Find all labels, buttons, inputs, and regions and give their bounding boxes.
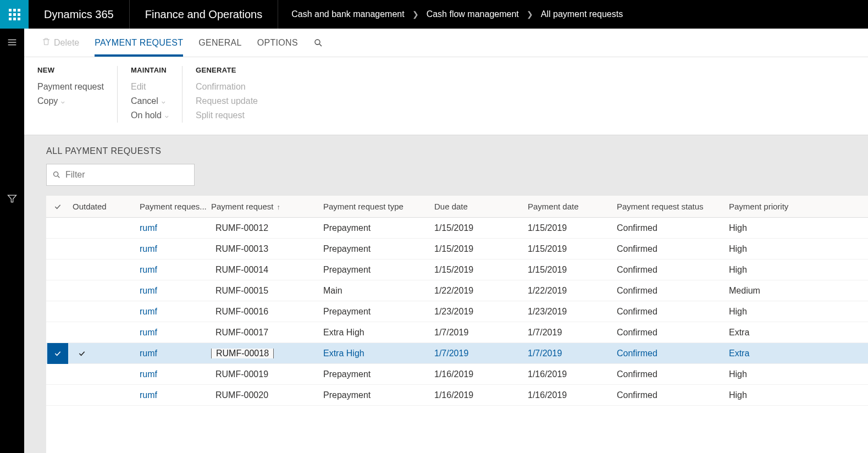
payment-request-cell[interactable]: RUMF-00019	[211, 369, 323, 379]
ribbon: NEWPayment requestCopy⌵MAINTAINEditCance…	[24, 57, 868, 135]
svg-line-7	[58, 176, 59, 178]
ribbon-item[interactable]: Edit	[131, 80, 169, 94]
select-all-checkbox[interactable]	[46, 202, 69, 211]
row-selector[interactable]	[46, 218, 69, 239]
payment-request-journal-link[interactable]: rumf	[140, 328, 211, 338]
col-payment-priority[interactable]: Payment priority	[729, 202, 822, 211]
table-row[interactable]: rumfRUMF-00020Prepayment1/16/20191/16/20…	[46, 385, 868, 406]
due-date-cell: 1/7/2019	[434, 328, 528, 338]
payment-request-journal-link[interactable]: rumf	[140, 307, 211, 317]
row-selector[interactable]	[46, 259, 69, 280]
search-button[interactable]	[306, 29, 331, 57]
payment-request-journal-link[interactable]: rumf	[140, 349, 211, 358]
table-row[interactable]: rumfRUMF-00013Prepayment1/15/20191/15/20…	[46, 239, 868, 259]
payment-date-cell: 1/16/2019	[528, 390, 617, 400]
ribbon-group: MAINTAINEditCancel⌵On hold⌵	[118, 66, 183, 123]
filter-area	[24, 164, 868, 196]
tab-options[interactable]: OPTIONS	[250, 29, 306, 57]
col-due-date[interactable]: Due date	[434, 202, 528, 211]
payment-request-cell[interactable]: RUMF-00018	[211, 349, 323, 358]
due-date-cell: 1/15/2019	[434, 265, 528, 275]
payment-request-journal-link[interactable]: rumf	[140, 223, 211, 233]
nav-expand-button[interactable]	[6, 36, 18, 50]
table-row[interactable]: rumfRUMF-00012Prepayment1/15/20191/15/20…	[46, 218, 868, 239]
filter-input[interactable]	[65, 170, 189, 180]
ribbon-item[interactable]: Payment request	[37, 80, 104, 94]
row-selector[interactable]	[46, 301, 69, 322]
search-icon	[313, 38, 323, 48]
payment-date-cell: 1/22/2019	[528, 286, 617, 296]
main-area: Delete PAYMENT REQUEST GENERAL OPTIONS N…	[24, 29, 868, 453]
col-outdated[interactable]: Outdated	[69, 202, 140, 211]
breadcrumb: Cash and bank management ❯ Cash flow man…	[278, 9, 636, 19]
ribbon-item[interactable]: Split request	[196, 108, 258, 123]
table-row[interactable]: rumfRUMF-00015Main1/22/20191/22/2019Conf…	[46, 280, 868, 301]
row-selector[interactable]	[46, 239, 69, 259]
trash-icon	[42, 37, 51, 48]
delete-button[interactable]: Delete	[34, 29, 87, 57]
priority-cell: Medium	[729, 286, 822, 296]
breadcrumb-item-2[interactable]: Cash flow management	[427, 9, 519, 19]
payment-request-journal-link[interactable]: rumf	[140, 265, 211, 275]
priority-cell: High	[729, 369, 822, 379]
table-row[interactable]: rumfRUMF-00018Extra High1/7/20191/7/2019…	[46, 343, 868, 364]
ribbon-item[interactable]: On hold⌵	[131, 108, 169, 123]
ribbon-item[interactable]: Cancel⌵	[131, 94, 169, 108]
page-title: ALL PAYMENT REQUESTS	[24, 135, 868, 164]
payment-request-cell[interactable]: RUMF-00014	[211, 265, 323, 275]
payment-request-journal-link[interactable]: rumf	[140, 286, 211, 296]
payment-request-cell[interactable]: RUMF-00017	[211, 328, 323, 338]
col-payment-request[interactable]: Payment request↑	[211, 202, 323, 211]
table-row[interactable]: rumfRUMF-00016Prepayment1/23/20191/23/20…	[46, 301, 868, 322]
app-launcher-button[interactable]	[0, 0, 29, 29]
payment-date-cell: 1/7/2019	[528, 349, 617, 358]
ribbon-item-label: Split request	[196, 111, 245, 120]
type-cell: Extra High	[323, 328, 434, 338]
col-payment-request-journal[interactable]: Payment reques...	[140, 202, 211, 211]
table-row[interactable]: rumfRUMF-00017Extra High1/7/20191/7/2019…	[46, 322, 868, 343]
type-cell: Prepayment	[323, 223, 434, 233]
status-cell: Confirmed	[617, 349, 729, 358]
svg-marker-3	[8, 195, 16, 202]
payment-request-cell[interactable]: RUMF-00020	[211, 390, 323, 400]
svg-point-6	[54, 172, 58, 176]
payment-date-cell: 1/15/2019	[528, 265, 617, 275]
row-selector[interactable]	[46, 364, 69, 385]
due-date-cell: 1/15/2019	[434, 223, 528, 233]
grid-body[interactable]: rumfRUMF-00012Prepayment1/15/20191/15/20…	[46, 218, 868, 453]
payment-date-cell: 1/16/2019	[528, 369, 617, 379]
type-cell: Prepayment	[323, 307, 434, 317]
row-selector[interactable]	[46, 322, 69, 343]
ribbon-item[interactable]: Request update	[196, 94, 258, 108]
payment-request-cell[interactable]: RUMF-00013	[211, 244, 323, 254]
due-date-cell: 1/15/2019	[434, 244, 528, 254]
col-payment-request-type[interactable]: Payment request type	[323, 202, 434, 211]
ribbon-item[interactable]: Confirmation	[196, 80, 258, 94]
table-row[interactable]: rumfRUMF-00019Prepayment1/16/20191/16/20…	[46, 364, 868, 385]
col-payment-request-status[interactable]: Payment request status	[617, 202, 729, 211]
payment-request-cell[interactable]: RUMF-00012	[211, 223, 323, 233]
row-selector[interactable]	[46, 385, 69, 406]
brand-title[interactable]: Dynamics 365	[29, 0, 130, 29]
row-selector[interactable]	[46, 343, 69, 364]
filter-icon[interactable]	[7, 193, 18, 206]
payment-request-cell[interactable]: RUMF-00015	[211, 286, 323, 296]
payment-request-journal-link[interactable]: rumf	[140, 390, 211, 400]
payment-request-journal-link[interactable]: rumf	[140, 369, 211, 379]
row-selector[interactable]	[46, 280, 69, 301]
tab-general[interactable]: GENERAL	[191, 29, 250, 57]
status-cell: Confirmed	[617, 328, 729, 338]
ribbon-item-label: Confirmation	[196, 82, 246, 92]
tab-payment-request[interactable]: PAYMENT REQUEST	[87, 29, 191, 57]
payment-request-journal-link[interactable]: rumf	[140, 244, 211, 254]
due-date-cell: 1/7/2019	[434, 349, 528, 358]
ribbon-item[interactable]: Copy⌵	[37, 94, 104, 108]
status-cell: Confirmed	[617, 390, 729, 400]
priority-cell: High	[729, 307, 822, 317]
breadcrumb-item-1[interactable]: Cash and bank management	[291, 9, 404, 19]
filter-box[interactable]	[46, 164, 195, 186]
table-row[interactable]: rumfRUMF-00014Prepayment1/15/20191/15/20…	[46, 259, 868, 280]
payment-request-cell[interactable]: RUMF-00016	[211, 307, 323, 317]
col-payment-date[interactable]: Payment date	[528, 202, 617, 211]
breadcrumb-item-3[interactable]: All payment requests	[541, 9, 623, 19]
